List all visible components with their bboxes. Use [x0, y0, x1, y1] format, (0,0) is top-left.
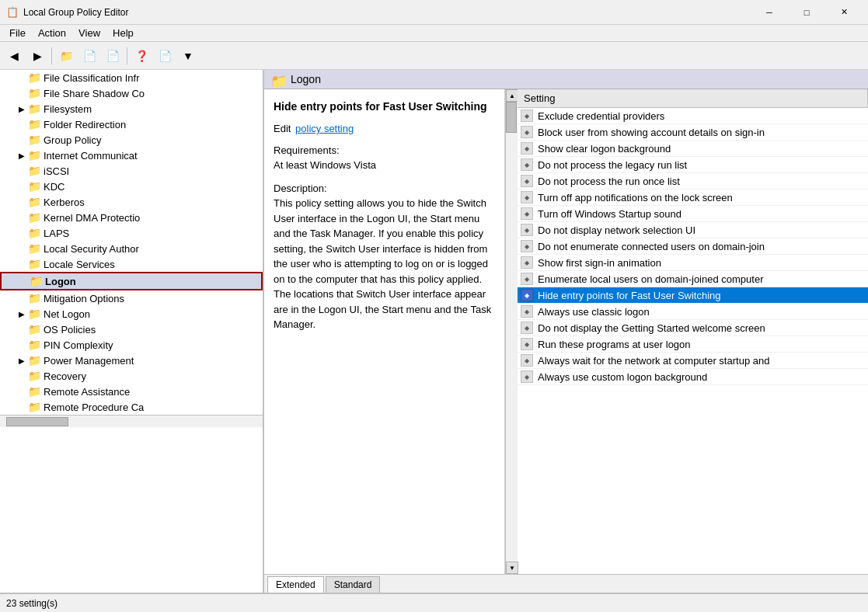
menu-view[interactable]: View — [72, 26, 106, 40]
bottom-tabs: Extended Standard — [264, 574, 868, 593]
settings-row[interactable]: ◆Hide entry points for Fast User Switchi… — [518, 287, 868, 304]
tree-item-kernel-dma[interactable]: 📁 Kernel DMA Protectio — [0, 210, 263, 225]
menu-help[interactable]: Help — [106, 26, 140, 40]
tree-item-locale-services[interactable]: 📁 Locale Services — [0, 256, 263, 272]
close-button[interactable]: ✕ — [826, 0, 862, 25]
edit-link[interactable]: policy setting — [295, 123, 354, 134]
tree-item-mitigation-options[interactable]: 📁 Mitigation Options — [0, 290, 263, 306]
tree-item-kdc[interactable]: 📁 KDC — [0, 179, 263, 194]
setting-name: Do not process the run once list — [538, 176, 680, 187]
toolbar-folder-up[interactable]: 📁 — [55, 45, 77, 67]
tree-item-filesystem[interactable]: ▶ 📁 Filesystem — [0, 101, 263, 116]
settings-row[interactable]: ◆Always use classic logon — [518, 304, 868, 320]
status-text: 23 setting(s) — [6, 598, 58, 609]
minimize-button[interactable]: ─ — [751, 0, 787, 25]
maximize-button[interactable]: □ — [789, 0, 824, 25]
desc-vscrollbar[interactable]: ▲ ▼ — [505, 89, 518, 574]
expander[interactable]: ▶ — [16, 151, 28, 160]
tree-h-scrollbar[interactable] — [0, 415, 263, 427]
tree-panel[interactable]: 📁 File Classification Infr 📁 File Share … — [0, 70, 264, 593]
toolbar-properties[interactable]: 📄 — [154, 45, 176, 67]
tree-label: LAPS — [44, 228, 69, 239]
settings-panel[interactable]: Setting ◆Exclude credential providers◆Bl… — [518, 89, 868, 574]
expander — [16, 403, 28, 412]
settings-row[interactable]: ◆Do not display network selection UI — [518, 222, 868, 238]
scroll-up-btn[interactable]: ▲ — [506, 89, 518, 102]
toolbar-filter[interactable]: ▼ — [177, 45, 199, 67]
settings-row[interactable]: ◆Block user from showing account details… — [518, 124, 868, 141]
tree-item-net-logon[interactable]: ▶ 📁 Net Logon — [0, 306, 263, 322]
settings-row[interactable]: ◆Always wait for the network at computer… — [518, 353, 868, 369]
setting-icon: ◆ — [521, 240, 533, 252]
tree-item-internet-communicat[interactable]: ▶ 📁 Internet Communicat — [0, 148, 263, 163]
settings-row[interactable]: ◆Run these programs at user logon — [518, 336, 868, 353]
tree-item-power-management[interactable]: ▶ 📁 Power Management — [0, 353, 263, 368]
folder-icon: 📁 — [28, 339, 40, 351]
tree-item-group-policy[interactable]: 📁 Group Policy — [0, 132, 263, 148]
settings-row[interactable]: ◆Turn off app notifications on the lock … — [518, 190, 868, 206]
settings-row[interactable]: ◆Do not enumerate connected users on dom… — [518, 238, 868, 255]
tab-extended[interactable]: Extended — [267, 576, 324, 593]
title-bar-title: Local Group Policy Editor — [23, 7, 128, 18]
setting-icon: ◆ — [521, 158, 533, 171]
expander[interactable]: ▶ — [16, 356, 28, 365]
toolbar-forward[interactable]: ▶ — [26, 45, 48, 67]
setting-name: Exclude credential providers — [538, 110, 664, 122]
settings-row[interactable]: ◆Exclude credential providers — [518, 108, 868, 124]
setting-name: Do not display the Getting Started welco… — [538, 322, 765, 334]
expander — [16, 214, 28, 222]
tree-item-remote-procedure[interactable]: 📁 Remote Procedure Ca — [0, 399, 263, 415]
menu-action[interactable]: Action — [32, 26, 72, 40]
scroll-down-btn[interactable]: ▼ — [506, 562, 518, 574]
toolbar-show-hide[interactable]: 📄 — [78, 45, 100, 67]
tree-item-remote-assistance[interactable]: 📁 Remote Assistance — [0, 384, 263, 399]
setting-icon: ◆ — [521, 370, 533, 383]
tree-item-laps[interactable]: 📁 LAPS — [0, 225, 263, 241]
settings-row[interactable]: ◆Turn off Windows Startup sound — [518, 206, 868, 222]
tree-item-recovery[interactable]: 📁 Recovery — [0, 368, 263, 384]
settings-row[interactable]: ◆Always use custom logon background — [518, 369, 868, 385]
tab-standard[interactable]: Standard — [326, 576, 381, 593]
tree-label: Local Security Author — [44, 243, 139, 255]
folder-icon: 📁 — [28, 71, 40, 84]
tree-label: Net Logon — [44, 308, 90, 320]
settings-table: Setting ◆Exclude credential providers◆Bl… — [518, 89, 868, 385]
settings-row[interactable]: ◆Do not process the run once list — [518, 173, 868, 190]
folder-icon: 📁 — [28, 134, 40, 146]
tree-item-iscsi[interactable]: 📁 iSCSI — [0, 163, 263, 179]
menu-file[interactable]: File — [3, 26, 32, 40]
requirements-value: At least Windows Vista — [274, 158, 495, 173]
tree-item-folder-redirection[interactable]: 📁 Folder Redirection — [0, 116, 263, 132]
settings-row[interactable]: ◆Show clear logon background — [518, 141, 868, 157]
toolbar-export[interactable]: 📄 — [102, 45, 124, 67]
folder-icon: 📁 — [28, 165, 40, 177]
app-icon: 📋 — [6, 6, 19, 19]
folder-icon: 📁 — [28, 354, 40, 367]
tree-item-file-classification[interactable]: 📁 File Classification Infr — [0, 70, 263, 85]
tree-item-kerberos[interactable]: 📁 Kerberos — [0, 194, 263, 210]
expander[interactable]: ▶ — [16, 310, 28, 318]
tree-item-file-share[interactable]: 📁 File Share Shadow Co — [0, 85, 263, 101]
tree-item-pin-complexity[interactable]: 📁 PIN Complexity — [0, 337, 263, 353]
tree-item-local-security[interactable]: 📁 Local Security Author — [0, 241, 263, 256]
tree-label: File Classification Infr — [44, 72, 140, 84]
settings-row[interactable]: ◆Do not display the Getting Started welc… — [518, 320, 868, 336]
toolbar-back[interactable]: ◀ — [3, 45, 25, 67]
tree-label: Internet Communicat — [44, 150, 138, 162]
tree-label: Group Policy — [44, 134, 101, 146]
tree-item-os-policies[interactable]: 📁 OS Policies — [0, 322, 263, 337]
folder-icon: 📁 — [30, 275, 42, 287]
settings-row[interactable]: ◆Show first sign-in animation — [518, 255, 868, 271]
scroll-thumb[interactable] — [506, 102, 517, 133]
toolbar-help[interactable]: ❓ — [131, 45, 152, 67]
menu-bar: File Action View Help — [0, 25, 868, 42]
expander[interactable]: ▶ — [16, 105, 28, 113]
settings-row[interactable]: ◆Enumerate local users on domain-joined … — [518, 271, 868, 287]
setting-name: Do not process the legacy run list — [538, 159, 687, 171]
title-bar-controls: ─ □ ✕ — [751, 0, 862, 25]
title-bar: 📋 Local Group Policy Editor ─ □ ✕ — [0, 0, 868, 25]
setting-name: Hide entry points for Fast User Switchin… — [538, 290, 721, 301]
settings-row[interactable]: ◆Do not process the legacy run list — [518, 157, 868, 173]
tree-item-logon[interactable]: 📁 Logon — [0, 272, 263, 290]
content-area: Hide entry points for Fast User Switchin… — [264, 89, 868, 574]
